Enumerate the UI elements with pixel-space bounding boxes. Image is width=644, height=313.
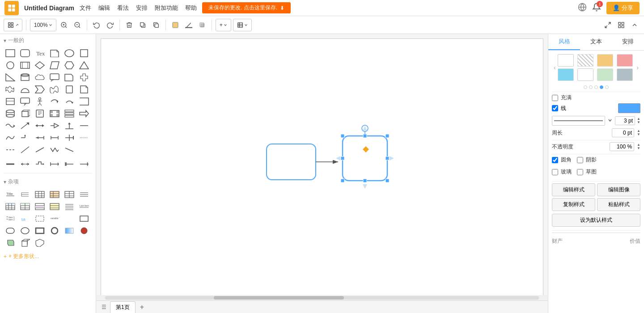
handle-mr[interactable] <box>386 156 389 160</box>
misc-cube[interactable] <box>18 237 32 248</box>
line-width-down[interactable]: ▼ <box>637 121 640 124</box>
shape-note[interactable] <box>48 48 61 59</box>
shape-elbow2[interactable] <box>63 144 76 155</box>
globe-icon[interactable] <box>578 3 587 13</box>
misc-gradient[interactable] <box>63 225 76 236</box>
shape-stick-figure[interactable] <box>33 96 47 107</box>
handle-bl[interactable] <box>341 179 344 182</box>
shape-circular-arrow[interactable] <box>63 96 76 107</box>
line-color-button[interactable] <box>183 19 195 31</box>
menu-file[interactable]: 文件 <box>80 4 91 12</box>
diagram-svg[interactable] <box>101 39 543 299</box>
dot-2[interactable] <box>589 85 593 89</box>
tab-text[interactable]: 文本 <box>580 34 612 50</box>
shape-arrow-right[interactable] <box>77 108 91 119</box>
shape-2-selected[interactable] <box>343 136 387 181</box>
h-scrollbar-thumb[interactable] <box>214 296 344 300</box>
swatch-gray[interactable] <box>617 68 633 81</box>
shape-callout2[interactable] <box>18 96 32 107</box>
shape-circle[interactable] <box>4 60 17 71</box>
zoom-out-button[interactable] <box>72 19 83 31</box>
undo-button[interactable] <box>91 19 102 31</box>
shape-one-to-many[interactable] <box>63 159 76 169</box>
opacity-input[interactable] <box>610 142 634 151</box>
swatch-red[interactable] <box>617 54 633 67</box>
shape-crow-foot[interactable] <box>77 159 91 169</box>
shape-brace[interactable] <box>63 84 76 95</box>
shape-entity-relation[interactable] <box>48 159 61 169</box>
shape-list[interactable] <box>63 108 76 119</box>
misc-3d[interactable] <box>4 237 17 248</box>
table-button[interactable] <box>233 19 252 31</box>
more-shapes-button[interactable]: + + 更多形状... <box>0 250 96 263</box>
tab-arrange[interactable]: 安排 <box>612 34 644 50</box>
misc-ellipse2[interactable] <box>18 225 32 236</box>
shape-cloud[interactable] <box>33 72 47 83</box>
misc-rows[interactable] <box>77 189 91 200</box>
shape-filmstrip[interactable] <box>48 108 61 119</box>
misc-empty1[interactable] <box>63 213 76 224</box>
canvas-inner[interactable] <box>101 38 543 300</box>
misc-rounded2[interactable] <box>4 225 17 236</box>
shape-dashed-line[interactable] <box>4 144 17 155</box>
shape-right-angle[interactable] <box>18 132 32 143</box>
misc-striped[interactable] <box>33 201 47 212</box>
misc-table[interactable] <box>33 189 47 200</box>
shape-elbow-arrow[interactable] <box>33 144 47 155</box>
shape-diamond[interactable] <box>33 60 47 71</box>
swatch-blue[interactable] <box>558 68 574 81</box>
shape-zigzag[interactable] <box>48 144 61 155</box>
misc-list[interactable] <box>18 189 32 200</box>
rounded-checkbox[interactable] <box>552 157 558 163</box>
line-width-spinner[interactable]: ▲ ▼ <box>637 117 640 124</box>
shape-file[interactable] <box>33 108 47 119</box>
format-panel-button[interactable] <box>615 19 627 31</box>
swatch-pattern[interactable] <box>577 54 593 67</box>
shadow-checkbox[interactable] <box>577 157 583 163</box>
set-default-style-button[interactable]: 设为默认样式 <box>552 214 640 227</box>
page-tab-menu[interactable]: ☰ <box>100 303 108 311</box>
shape-tape[interactable] <box>4 84 17 95</box>
shape-page[interactable] <box>77 84 91 95</box>
misc-rect-border[interactable] <box>33 225 47 236</box>
misc-link[interactable]: link <box>18 213 32 224</box>
handle-tl[interactable] <box>341 134 344 138</box>
shape-arrow-curved[interactable] <box>48 96 61 107</box>
notification-button[interactable]: 1 <box>592 3 601 13</box>
shape-diagonal-arrow[interactable] <box>18 120 32 131</box>
paste-style-button[interactable]: 粘贴样式 <box>597 198 640 211</box>
shape-wave[interactable] <box>48 84 61 95</box>
add-button[interactable]: + <box>216 19 231 31</box>
shape-bidirectional[interactable] <box>33 120 47 131</box>
shape-connector3[interactable] <box>33 159 47 169</box>
swatch-white[interactable] <box>558 54 574 67</box>
shape-callout[interactable] <box>48 72 61 83</box>
shape-misc1[interactable] <box>63 120 76 131</box>
shape-right-triangle[interactable] <box>4 72 17 83</box>
shape-double-arrow-thick[interactable] <box>18 159 32 169</box>
misc-table4[interactable] <box>4 201 17 212</box>
shape-process[interactable] <box>18 60 32 71</box>
delete-button[interactable] <box>123 19 135 31</box>
misc-table2[interactable] <box>48 189 61 200</box>
line-style-preview[interactable] <box>552 116 605 126</box>
shape-step[interactable] <box>33 84 47 95</box>
unsaved-banner[interactable]: 未保存的更改. 点击这里保存. ⬇ <box>202 2 291 13</box>
share-button[interactable]: 👤 分享 <box>606 2 640 14</box>
glass-checkbox[interactable] <box>552 169 558 175</box>
handle-ml[interactable] <box>341 156 344 160</box>
dot-3[interactable] <box>594 85 598 89</box>
misc-small-list[interactable]: Item 1Item 2 <box>4 213 17 224</box>
shape-curved-connector[interactable] <box>4 120 17 131</box>
swatch-orange[interactable] <box>597 54 613 67</box>
shape-box3d[interactable] <box>18 108 32 119</box>
shape-dotted-line[interactable] <box>77 132 91 143</box>
misc-2col[interactable] <box>18 201 32 212</box>
line-checkbox[interactable] <box>552 105 558 111</box>
copy-style-button[interactable]: 复制样式 <box>552 198 595 211</box>
add-page-button[interactable]: + <box>137 302 147 312</box>
shape-1[interactable] <box>267 144 316 180</box>
shape-cross[interactable] <box>77 72 91 83</box>
opacity-spinner[interactable]: ▲ ▼ <box>637 143 640 150</box>
tab-style[interactable]: 风格 <box>548 34 580 50</box>
